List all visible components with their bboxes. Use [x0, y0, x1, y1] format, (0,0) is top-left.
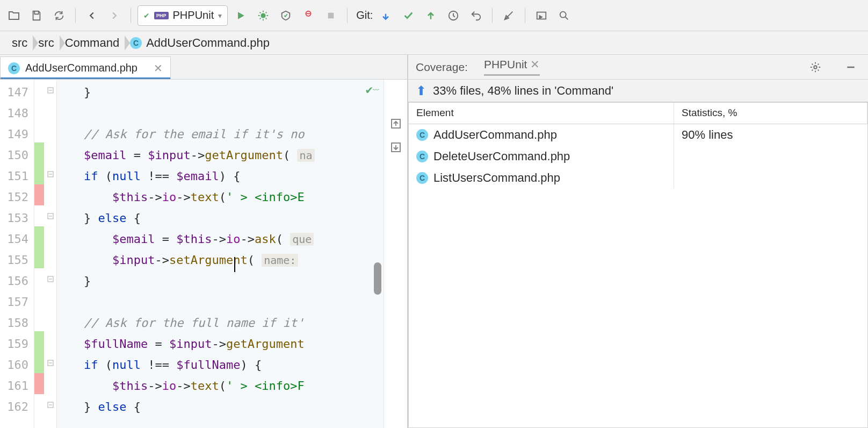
navigate-up-icon[interactable]	[384, 112, 407, 135]
inspection-marker-icon[interactable]: ✔〰	[366, 83, 379, 96]
code-line[interactable]	[57, 291, 384, 312]
search-everywhere-button[interactable]	[554, 6, 574, 25]
column-element[interactable]: Element	[409, 103, 674, 124]
fold-marker	[44, 289, 56, 310]
run-button[interactable]	[231, 6, 250, 25]
git-rollback-button[interactable]	[466, 6, 486, 25]
fold-marker	[44, 310, 56, 331]
breadcrumb-item[interactable]: CAddUserCommand.php	[125, 36, 275, 50]
fold-gutter	[44, 80, 57, 428]
fold-marker[interactable]	[44, 163, 56, 184]
back-button[interactable]	[82, 6, 102, 25]
fold-marker[interactable]	[44, 268, 56, 289]
text-caret	[234, 257, 235, 272]
code-area[interactable]: ✔〰 }// Ask for the email if it's no$emai…	[57, 80, 384, 428]
class-icon: C	[416, 129, 428, 141]
editor-body[interactable]: 1471481491501511521531541551561571581591…	[0, 80, 407, 428]
coverage-marker	[34, 310, 44, 331]
editor-tabbar: C AddUserCommand.php ✕	[0, 55, 407, 80]
code-line[interactable]: $fullName = $input->getArgument	[57, 333, 384, 354]
editor-pane: C AddUserCommand.php ✕ 14714814915015115…	[0, 55, 408, 428]
code-line[interactable]: if (null !== $email) {	[57, 166, 384, 187]
fold-marker[interactable]	[44, 394, 56, 415]
settings-button[interactable]	[499, 6, 518, 25]
coverage-marker	[34, 226, 44, 247]
coverage-panel: Coverage: PHPUnit ✕ ⬆ 33% files, 48% lin…	[408, 55, 868, 428]
code-line[interactable]: if (null !== $fullName) {	[57, 354, 384, 375]
git-label: Git:	[356, 9, 373, 22]
run-anything-button[interactable]	[532, 6, 551, 25]
coverage-marker	[34, 268, 44, 289]
table-row[interactable]: CDeleteUserCommand.php	[409, 146, 867, 167]
run-configuration-selector[interactable]: ✔ PHP PHPUnit ▾	[138, 5, 228, 26]
line-number: 161	[0, 375, 34, 396]
coverage-marker	[34, 142, 44, 163]
line-number: 150	[0, 145, 34, 166]
breadcrumb-item[interactable]: src	[6, 36, 33, 50]
coverage-marker	[34, 247, 44, 268]
coverage-header: Coverage: PHPUnit ✕	[408, 55, 868, 80]
line-number-gutter: 1471481491501511521531541551561571581591…	[0, 80, 34, 428]
coverage-suite-tab[interactable]: PHPUnit ✕	[484, 58, 540, 76]
code-line[interactable]: }	[57, 82, 384, 103]
vertical-scrollbar[interactable]	[374, 262, 381, 295]
column-statistics[interactable]: Statistics, %	[674, 103, 867, 124]
line-number: 155	[0, 249, 34, 270]
breadcrumb-item[interactable]: Command	[60, 36, 125, 50]
fold-marker[interactable]	[44, 80, 56, 101]
fold-marker[interactable]	[44, 352, 56, 373]
stop-button[interactable]	[321, 6, 341, 25]
table-row[interactable]: CListUsersCommand.php	[409, 167, 867, 189]
profile-button[interactable]	[299, 6, 318, 25]
main-toolbar: ✔ PHP PHPUnit ▾ Git:	[0, 0, 868, 31]
svg-point-0	[261, 13, 266, 18]
table-row[interactable]: CAddUserCommand.php90% lines	[409, 124, 867, 146]
coverage-marker	[34, 373, 44, 394]
debug-button[interactable]	[254, 6, 273, 25]
git-push-button[interactable]	[421, 6, 440, 25]
class-icon: C	[416, 172, 428, 184]
fold-marker	[44, 226, 56, 247]
editor-tab[interactable]: C AddUserCommand.php ✕	[0, 56, 171, 79]
minimize-icon[interactable]	[841, 58, 860, 77]
line-number: 154	[0, 229, 34, 249]
line-number: 149	[0, 124, 34, 145]
code-line[interactable]: $email = $input->getArgument( na	[57, 145, 384, 166]
refresh-button[interactable]	[49, 6, 69, 25]
code-line[interactable]: // Ask for the email if it's no	[57, 124, 384, 145]
code-line[interactable]	[57, 103, 384, 124]
code-line[interactable]: $this->io->text(' > <info>F	[57, 375, 384, 396]
navigate-down-icon[interactable]	[384, 135, 407, 159]
file-name: ListUsersCommand.php	[433, 171, 560, 185]
code-line[interactable]: $this->io->text(' > <info>E	[57, 187, 384, 208]
code-line[interactable]: } else {	[57, 396, 384, 417]
run-config-label: PHPUnit	[173, 9, 214, 22]
fold-marker[interactable]	[44, 205, 56, 226]
save-all-button[interactable]	[27, 6, 46, 25]
run-coverage-button[interactable]	[276, 6, 295, 25]
code-line[interactable]: // Ask for the full name if it'	[57, 312, 384, 333]
close-icon[interactable]: ✕	[154, 62, 163, 75]
git-commit-button[interactable]	[399, 6, 418, 25]
coverage-marker	[34, 80, 44, 101]
code-line[interactable]: } else {	[57, 208, 384, 229]
breadcrumb-item[interactable]: src	[33, 36, 59, 50]
code-line[interactable]: $input->setArgument( name:	[57, 249, 384, 270]
svg-point-5	[560, 11, 566, 17]
open-folder-button[interactable]	[4, 6, 24, 25]
file-name: DeleteUserCommand.php	[433, 149, 570, 163]
class-icon: C	[416, 151, 428, 162]
coverage-marker	[34, 163, 44, 184]
git-update-button[interactable]	[376, 6, 395, 25]
up-arrow-icon[interactable]: ⬆	[416, 83, 426, 98]
close-icon[interactable]: ✕	[530, 58, 540, 70]
code-line[interactable]: }	[57, 270, 384, 291]
git-history-button[interactable]	[444, 6, 463, 25]
line-number: 156	[0, 270, 34, 291]
code-line[interactable]: $email = $this->io->ask( que	[57, 229, 384, 249]
coverage-marker	[34, 101, 44, 122]
class-icon: C	[8, 62, 20, 74]
coverage-table-header: Element Statistics, %	[409, 103, 867, 124]
gear-icon[interactable]	[806, 58, 825, 77]
forward-button[interactable]	[105, 6, 124, 25]
